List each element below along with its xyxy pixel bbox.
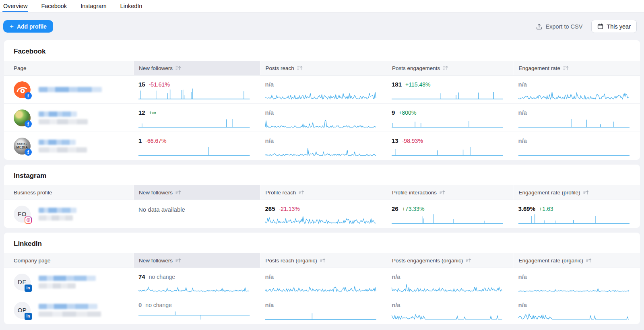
metric-change: -51.61% [149,81,170,88]
export-csv-label: Export to CSV [545,23,582,30]
toolbar: + Add profile Export to CSV This year [0,12,644,40]
add-profile-button[interactable]: + Add profile [3,20,53,33]
column-header-engagement-rate[interactable]: Engagement rate [514,61,640,75]
metric-value: 1 [138,137,142,144]
redacted-text-line [39,311,101,317]
metric-cell: 12+∞ [134,104,260,132]
sparkline-chart [392,116,503,128]
metric-value: 0 [138,301,142,308]
metric-cell: n/a [260,76,387,103]
profile-cell[interactable]: FO [4,200,134,228]
sort-icon [443,66,448,70]
plus-icon: + [10,23,14,30]
column-header-profile-interactions[interactable]: Profile interactions [387,185,514,200]
column-header-posts-reach[interactable]: Posts reach [260,61,387,75]
profile-cell[interactable]: OPin [4,296,134,324]
metric-value-line: n/a [518,109,630,116]
redacted-profile-name [39,140,87,153]
instagram-badge-icon [25,217,32,224]
export-icon [536,23,542,30]
redacted-profile-name [39,276,96,289]
entity-column-label: Business profile [14,190,52,196]
table-header-row: Business profileNew followersProfile rea… [4,185,640,200]
profile-cell[interactable]: f [4,76,134,103]
sort-icon [299,190,304,195]
sort-icon [320,258,326,263]
column-header-new-followers[interactable]: New followers [134,253,260,268]
section-title: Facebook [4,40,640,61]
metric-cell: n/a [260,104,387,132]
avatar-with-badge: f [14,81,31,98]
column-header-posts-engagements-organic[interactable]: Posts engagements (organic) [387,253,514,268]
sort-icon [297,66,303,70]
metric-value: 181 [392,81,402,88]
metric-cell: 74no change [134,268,260,296]
metric-change: +800% [398,109,416,116]
metric-cell: n/a [260,268,387,296]
column-header-posts-engagements[interactable]: Posts engagements [387,61,514,75]
sparkline-chart [392,88,503,100]
sort-icon [586,258,592,263]
column-header-new-followers[interactable]: New followers [134,185,260,200]
date-range-button[interactable]: This year [591,20,637,33]
profile-cell[interactable]: SOCIALMEDIAf [4,132,134,160]
metric-change: no change [145,302,171,308]
metric-cell: n/a [260,132,387,160]
profile-row: FONo data available265-21.13%26+73.33%3.… [4,200,640,228]
metric-value: n/a [265,109,274,116]
metric-value-line: 12+∞ [138,109,250,116]
sparkline-chart [138,280,250,293]
add-profile-label: Add profile [17,23,47,30]
column-header-label: Engagement rate [519,65,561,71]
avatar-with-badge: DEin [14,274,31,291]
export-csv-button[interactable]: Export to CSV [536,23,582,30]
linkedin-badge-icon: in [25,313,32,320]
tab-instagram[interactable]: Instagram [80,0,106,12]
profile-row: f15-51.61%n/a181+115.48%n/a [4,75,640,103]
redacted-text-line [39,111,77,117]
entity-column-label: Page [14,65,27,71]
metric-value-line: n/a [392,301,503,308]
column-header-label: Engagement rate (profile) [519,190,580,196]
sort-icon [175,66,181,70]
profile-cell[interactable]: DEin [4,268,134,296]
column-header-label: Posts engagements [392,65,440,71]
column-header-label: New followers [139,65,173,71]
column-header-new-followers[interactable]: New followers [134,61,260,75]
column-header-profile-reach[interactable]: Profile reach [260,185,387,200]
tab-facebook[interactable]: Facebook [41,0,67,12]
column-header-engagement-rate-profile[interactable]: Engagement rate (profile) [514,185,640,200]
metric-value: 265 [265,205,275,212]
avatar-with-badge: f [14,109,31,126]
profile-cell[interactable]: f [4,104,134,132]
metric-change: -21.13% [279,206,300,212]
metric-value: n/a [265,273,274,280]
sparkline-chart [518,144,630,157]
sparkline-chart [265,88,377,100]
profile-row: f12+∞n/a9+800%n/a [4,103,640,132]
tab-overview[interactable]: Overview [3,0,27,12]
sparkline-chart [138,88,250,100]
column-header-posts-reach-organic[interactable]: Posts reach (organic) [260,253,387,268]
metric-value: 15 [138,81,145,88]
sparkline-chart [518,88,630,100]
column-header-label: New followers [139,258,173,264]
metric-cell: 181+115.48% [387,76,514,103]
no-data-label: No data available [138,205,250,213]
metric-value-line: 3.69%+1.63 [518,205,630,212]
metric-cell: 1-66.67% [134,132,260,160]
column-header-engagement-rate-organic[interactable]: Engagement rate (organic) [514,253,640,268]
sparkline-chart [392,280,503,293]
redacted-text-line [39,304,97,309]
tab-linkedin[interactable]: LinkedIn [120,0,142,12]
sort-icon [466,258,471,263]
metric-value: 3.69% [518,205,536,212]
sparkline-chart [138,144,250,157]
sparkline-chart [392,309,503,321]
metric-value-line: n/a [265,301,377,308]
redacted-text-line [39,283,76,289]
metric-value: n/a [392,273,400,280]
metric-value-line: n/a [518,137,630,144]
metric-value-line: 265-21.13% [265,205,377,212]
metric-cell: n/a [514,132,640,160]
